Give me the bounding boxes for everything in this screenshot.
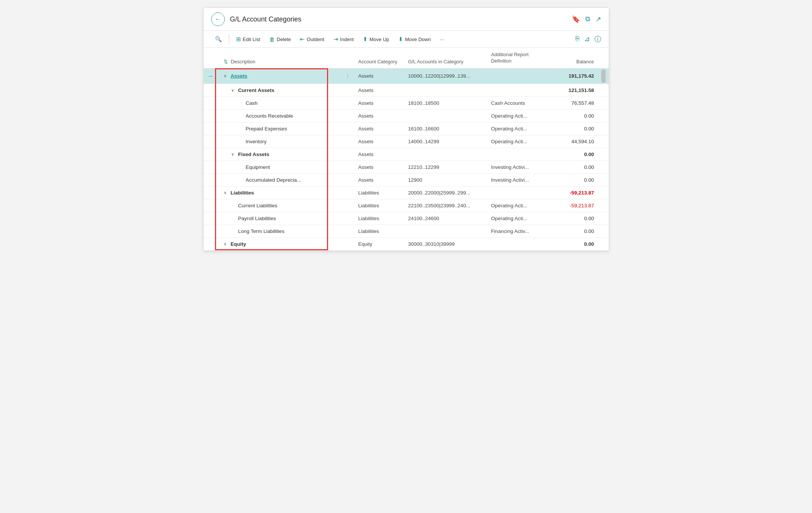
share-icon[interactable]: ⎘	[576, 35, 580, 44]
account-category-cell: Assets	[354, 84, 404, 96]
arrow-indicator-cell	[204, 122, 220, 135]
move-down-button[interactable]: ⬇ Move Down	[394, 34, 435, 44]
description-label: Payroll Liabilities	[238, 216, 276, 221]
balance-cell: 121,151.58	[549, 84, 599, 96]
more-button[interactable]: ···	[436, 35, 448, 44]
gl-accounts-cell: 20000..22000|25999..299...	[404, 186, 487, 199]
account-category-cell: Assets	[354, 148, 404, 161]
edit-list-icon: ⊞	[236, 36, 241, 43]
table-wrapper: ⇅ Description Account Category G/L Accou…	[204, 48, 609, 251]
description-label: Assets	[230, 73, 247, 79]
gl-accounts-cell: 10000..12200|12999..139...	[404, 68, 487, 84]
account-category-cell: Liabilities	[354, 212, 404, 225]
additional-report-cell	[487, 148, 549, 161]
balance-cell: 76,557.48	[549, 96, 599, 109]
edit-list-button[interactable]: ⊞ Edit List	[232, 34, 264, 44]
additional-report-cell	[487, 237, 549, 250]
additional-report-cell	[487, 84, 549, 96]
description-cell[interactable]: Equipment	[219, 161, 344, 173]
additional-report-cell: Financing Activ...	[487, 225, 549, 237]
expand-chevron[interactable]: ∨	[231, 152, 236, 157]
scroll-col-header	[599, 48, 608, 68]
description-cell[interactable]: ∨Current Assets	[219, 84, 344, 96]
expand-chevron[interactable]: ∨	[224, 190, 229, 195]
drag-handle-icon[interactable]: ⋮	[345, 73, 350, 79]
table-row[interactable]: →∨Assets⋮Assets10000..12200|12999..139..…	[204, 68, 609, 84]
back-button[interactable]: ←	[211, 12, 225, 26]
table-row[interactable]: ∨LiabilitiesLiabilities20000..22000|2599…	[204, 186, 609, 199]
additional-report-cell: Operating Acti...	[487, 212, 549, 225]
description-cell[interactable]: Cash	[219, 96, 344, 109]
move-up-button[interactable]: ⬆ Move Up	[359, 34, 393, 44]
description-cell[interactable]: Inventory	[219, 135, 344, 148]
description-cell[interactable]: Accounts Receivable	[219, 109, 344, 122]
table-row[interactable]: Current LiabilitiesLiabilities22100..235…	[204, 199, 609, 212]
expand-chevron[interactable]: ∨	[224, 74, 229, 78]
gl-accounts-cell: 12900	[404, 173, 487, 186]
table-row[interactable]: Accounts ReceivableAssetsOperating Acti.…	[204, 109, 609, 122]
filter-icon[interactable]: ⊿	[584, 35, 590, 44]
additional-report-cell: Operating Acti...	[487, 109, 549, 122]
indent-button[interactable]: ⇥ Indent	[330, 34, 358, 44]
description-label: Long Term Liabilities	[238, 228, 284, 234]
additional-report-cell: Operating Acti...	[487, 199, 549, 212]
description-cell[interactable]: ∨Fixed Assets	[219, 148, 344, 161]
description-cell[interactable]: Current Liabilities	[219, 199, 344, 212]
balance-cell: 0.00	[549, 161, 599, 173]
table-row[interactable]: CashAssets18100..18500Cash Accounts76,55…	[204, 96, 609, 109]
arrow-indicator-cell	[204, 135, 220, 148]
account-category-label: Account Category	[358, 59, 397, 64]
outdent-button[interactable]: ⇤ Outdent	[296, 34, 328, 44]
description-cell[interactable]: ∨Equity	[219, 237, 344, 250]
gl-accounts-cell: 18100..18500	[404, 96, 487, 109]
table-row[interactable]: InventoryAssets14000..14299Operating Act…	[204, 135, 609, 148]
description-label: Prepaid Expenses	[246, 126, 287, 132]
account-category-cell: Liabilities	[354, 199, 404, 212]
table-row[interactable]: Accumulated Deprecia...Assets12900Invest…	[204, 173, 609, 186]
table-row[interactable]: ∨Current AssetsAssets121,151.58	[204, 84, 609, 96]
indent-icon: ⇥	[333, 36, 338, 43]
gl-accounts-cell: 24100..24600	[404, 212, 487, 225]
table-row[interactable]: Payroll LiabilitiesLiabilities24100..246…	[204, 212, 609, 225]
drag-col-header	[344, 48, 353, 68]
arrow-indicator-cell	[204, 109, 220, 122]
info-icon[interactable]: ⓘ	[594, 35, 601, 44]
arrow-indicator-cell	[204, 84, 220, 96]
drag-handle-cell	[344, 173, 353, 186]
popout-icon[interactable]: ⧉	[585, 15, 590, 23]
arrow-indicator-cell	[204, 212, 220, 225]
gl-accounts-cell	[404, 225, 487, 237]
description-cell[interactable]: ∨Assets	[219, 68, 344, 84]
scroll-col-cell	[599, 148, 608, 161]
description-cell[interactable]: ∨Liabilities	[219, 186, 344, 199]
additional-report-cell: Cash Accounts	[487, 96, 549, 109]
scroll-col-cell	[599, 237, 608, 250]
drag-handle-cell	[344, 161, 353, 173]
balance-cell: 0.00	[549, 148, 599, 161]
expand-chevron[interactable]: ∨	[231, 88, 236, 93]
drag-handle-cell	[344, 212, 353, 225]
table-row[interactable]: ∨Fixed AssetsAssets0.00	[204, 148, 609, 161]
balance-cell: 44,594.10	[549, 135, 599, 148]
gl-accounts-cell: 30000..30310|39999	[404, 237, 487, 250]
description-label: Equity	[230, 241, 246, 247]
expand-chevron[interactable]: ∨	[224, 242, 229, 247]
description-cell[interactable]: Prepaid Expenses	[219, 122, 344, 135]
table-row[interactable]: ∨EquityEquity30000..30310|399990.00	[204, 237, 609, 250]
description-cell[interactable]: Payroll Liabilities	[219, 212, 344, 225]
expand-icon[interactable]: ↗	[596, 15, 601, 23]
bookmark-icon[interactable]: 🔖	[572, 15, 580, 23]
description-col-label: Description	[231, 59, 255, 64]
delete-button[interactable]: 🗑 Delete	[266, 34, 295, 44]
search-button[interactable]: 🔍	[211, 34, 226, 44]
description-label: Cash	[246, 100, 258, 106]
scroll-col-cell	[599, 109, 608, 122]
table-body: →∨Assets⋮Assets10000..12200|12999..139..…	[204, 68, 609, 250]
table-row[interactable]: EquipmentAssets12210..12299Investing Act…	[204, 161, 609, 173]
table-row[interactable]: Long Term LiabilitiesLiabilitiesFinancin…	[204, 225, 609, 237]
account-category-cell: Assets	[354, 109, 404, 122]
additional-report-cell: Investing Activi...	[487, 161, 549, 173]
table-row[interactable]: Prepaid ExpensesAssets16100..16600Operat…	[204, 122, 609, 135]
description-cell[interactable]: Accumulated Deprecia...	[219, 173, 344, 186]
description-cell[interactable]: Long Term Liabilities	[219, 225, 344, 237]
